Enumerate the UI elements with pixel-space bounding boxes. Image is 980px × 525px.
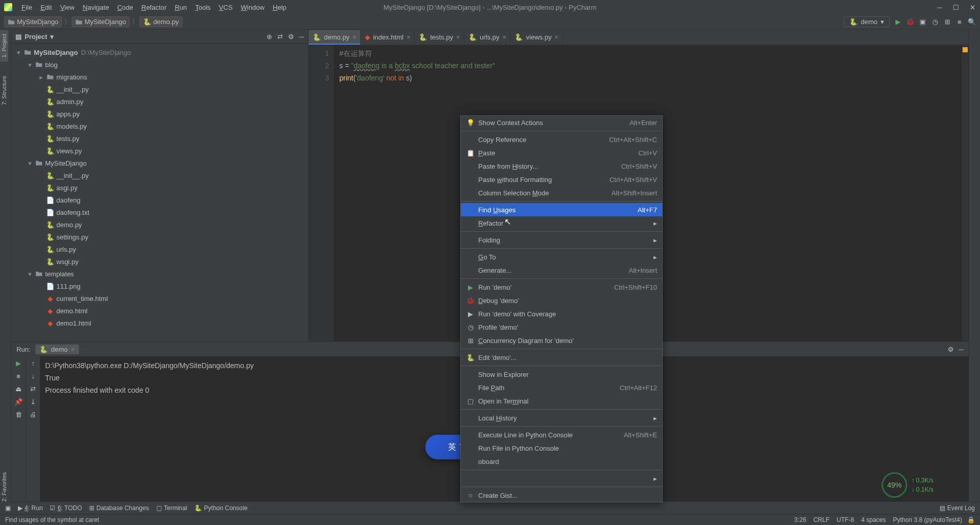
editor-context-menu[interactable]: 💡Show Context ActionsAlt+EnterCopy Refer… xyxy=(460,115,663,502)
tool-window-button[interactable]: 🐍Python Console xyxy=(194,504,248,512)
wrap-icon[interactable]: ⇄ xyxy=(30,385,36,393)
breadcrumb-item[interactable]: MySiteDjango xyxy=(72,16,130,27)
context-menu-item[interactable]: File PathCtrl+Alt+F12 xyxy=(461,381,662,394)
error-stripe[interactable] xyxy=(962,45,969,341)
close-icon[interactable]: × xyxy=(456,34,460,41)
context-menu-item[interactable]: ▢Open in Terminal xyxy=(461,394,662,408)
tree-item[interactable]: 📄daofeng.txt xyxy=(11,206,308,218)
locate-icon[interactable]: ⊕ xyxy=(267,33,272,41)
context-menu-item[interactable]: Find UsagesAlt+F7 xyxy=(461,203,662,216)
context-menu-item[interactable]: 🐍Edit 'demo'... xyxy=(461,351,662,364)
breadcrumb-item[interactable]: 🐍 demo.py xyxy=(139,16,182,27)
context-menu-item[interactable]: ▶Run 'demo' with Coverage xyxy=(461,307,662,320)
close-icon[interactable]: × xyxy=(353,34,356,41)
close-icon[interactable]: × xyxy=(71,346,75,353)
stop-button[interactable]: ■ xyxy=(955,18,964,26)
tool-window-button[interactable]: ▢Terminal xyxy=(156,504,187,512)
tree-item[interactable]: 🐍urls.py xyxy=(11,243,308,255)
rerun-icon[interactable]: ▶ xyxy=(16,359,21,367)
tree-item[interactable]: 📄111.png xyxy=(11,280,308,292)
menu-view[interactable]: View xyxy=(56,2,78,13)
close-icon[interactable]: × xyxy=(555,34,558,41)
settings-icon[interactable]: ⚙ xyxy=(288,33,294,41)
project-panel-title[interactable]: ▤ Project ▾ xyxy=(15,33,54,41)
search-everywhere-button[interactable]: 🔍 xyxy=(968,18,976,26)
editor-tab[interactable]: 🐍demo.py× xyxy=(309,30,361,45)
stop-icon[interactable]: ■ xyxy=(16,372,21,380)
down-icon[interactable]: ↓ xyxy=(31,372,35,380)
event-log-button[interactable]: ▤ Event Log xyxy=(940,504,975,512)
minimize-button[interactable]: ─ xyxy=(936,4,943,11)
tree-item[interactable]: ▸migrations xyxy=(11,71,308,83)
tree-item[interactable]: 🐍settings.py xyxy=(11,231,308,243)
tree-item[interactable]: ▾MySiteDjango xyxy=(11,157,308,169)
profile-button[interactable]: ◷ xyxy=(931,18,939,26)
favorites-tool-tab[interactable]: 2: Favorites xyxy=(0,468,8,506)
status-item[interactable]: UTF-8 xyxy=(836,516,854,523)
context-menu-item[interactable]: Execute Line in Python ConsoleAlt+Shift+… xyxy=(461,428,662,441)
ime-lang-indicator[interactable]: 英 xyxy=(448,442,456,453)
structure-tool-tab[interactable]: 7: Structure xyxy=(0,72,8,109)
menu-edit[interactable]: Edit xyxy=(36,2,56,13)
hide-icon[interactable]: ─ xyxy=(959,346,964,353)
menu-help[interactable]: Help xyxy=(269,2,291,13)
tree-item[interactable]: 🐍demo.py xyxy=(11,218,308,231)
run-config-selector[interactable]: 🐍 demo ▾ xyxy=(844,16,890,27)
settings-icon[interactable]: ⚙ xyxy=(948,346,954,353)
context-menu-item[interactable]: Column Selection ModeAlt+Shift+Insert xyxy=(461,186,662,199)
menu-tools[interactable]: Tools xyxy=(191,2,215,13)
hide-icon[interactable]: ─ xyxy=(299,33,304,41)
context-menu-item[interactable]: Show in Explorer xyxy=(461,368,662,381)
show-tool-windows-icon[interactable]: ▣ xyxy=(5,504,11,512)
tree-item[interactable]: ▾blog xyxy=(11,58,308,71)
editor-tab[interactable]: 🐍tests.py× xyxy=(415,30,464,45)
maximize-button[interactable]: ☐ xyxy=(952,4,959,11)
tree-item[interactable]: 🐍admin.py xyxy=(11,95,308,108)
context-menu-item[interactable]: Run File in Python Console xyxy=(461,441,662,455)
tree-item[interactable]: 🐍models.py xyxy=(11,120,308,132)
tree-item[interactable]: 🐍__init__.py xyxy=(11,83,308,95)
menu-navigate[interactable]: Navigate xyxy=(78,2,113,13)
tree-arrow[interactable]: ▾ xyxy=(27,270,33,278)
gutter[interactable]: 1 2 3 xyxy=(309,45,334,341)
context-menu-item[interactable]: 📋PasteCtrl+V xyxy=(461,146,662,159)
tree-item[interactable]: 🐍__init__.py xyxy=(11,169,308,181)
project-tool-tab[interactable]: 1: Project xyxy=(0,30,8,62)
context-menu-item[interactable]: Paste without FormattingCtrl+Alt+Shift+V xyxy=(461,173,662,186)
run-tab[interactable]: 🐍 demo × xyxy=(35,345,78,354)
context-menu-item[interactable]: ◷Profile 'demo' xyxy=(461,320,662,334)
context-menu-item[interactable]: ▸ xyxy=(461,472,662,485)
tree-item[interactable]: 🐍asgi.py xyxy=(11,181,308,194)
tree-item[interactable]: 🐍views.py xyxy=(11,145,308,157)
close-icon[interactable]: × xyxy=(406,34,410,41)
tree-arrow[interactable]: ▾ xyxy=(27,61,33,69)
close-button[interactable]: ✕ xyxy=(969,4,976,11)
context-menu-item[interactable]: 🐞Debug 'demo' xyxy=(461,294,662,307)
status-item[interactable]: 4 spaces xyxy=(861,516,886,523)
concurrency-button[interactable]: ⊞ xyxy=(943,18,951,26)
tree-item[interactable]: 📄daofeng xyxy=(11,194,308,206)
status-item[interactable]: Python 3.8 (pyAutoTest4) xyxy=(893,516,962,523)
tree-item[interactable]: 🐍tests.py xyxy=(11,132,308,145)
close-icon[interactable]: × xyxy=(502,34,506,41)
status-item[interactable]: 3:26 xyxy=(794,516,806,523)
tree-item[interactable]: ◆demo.html xyxy=(11,305,308,317)
menu-code[interactable]: Code xyxy=(113,2,137,13)
print-icon[interactable]: 🖨 xyxy=(30,411,36,418)
menu-vcs[interactable]: VCS xyxy=(215,2,237,13)
up-icon[interactable]: ↑ xyxy=(31,359,35,367)
context-menu-item[interactable]: ▶Run 'demo'Ctrl+Shift+F10 xyxy=(461,280,662,294)
pin-icon[interactable]: 📌 xyxy=(14,398,23,406)
tool-window-button[interactable]: ⊞Database Changes xyxy=(89,504,149,512)
context-menu-item[interactable]: ⊞Concurrency Diagram for 'demo' xyxy=(461,334,662,347)
context-menu-item[interactable]: oboard xyxy=(461,455,662,468)
project-tree[interactable]: ▾ MySiteDjango D:\MySiteDjango ▾blog▸mig… xyxy=(11,44,308,331)
menu-refactor[interactable]: Refactor xyxy=(137,2,171,13)
coverage-button[interactable]: ▣ xyxy=(918,18,927,26)
context-menu-item[interactable]: Copy ReferenceCtrl+Alt+Shift+C xyxy=(461,133,662,146)
tool-window-button[interactable]: ▶4: Run xyxy=(18,504,43,512)
editor-tab[interactable]: 🐍urls.py× xyxy=(464,30,511,45)
run-button[interactable]: ▶ xyxy=(894,18,902,26)
expand-icon[interactable]: ⇄ xyxy=(277,33,283,41)
tree-arrow[interactable]: ▸ xyxy=(38,73,44,81)
